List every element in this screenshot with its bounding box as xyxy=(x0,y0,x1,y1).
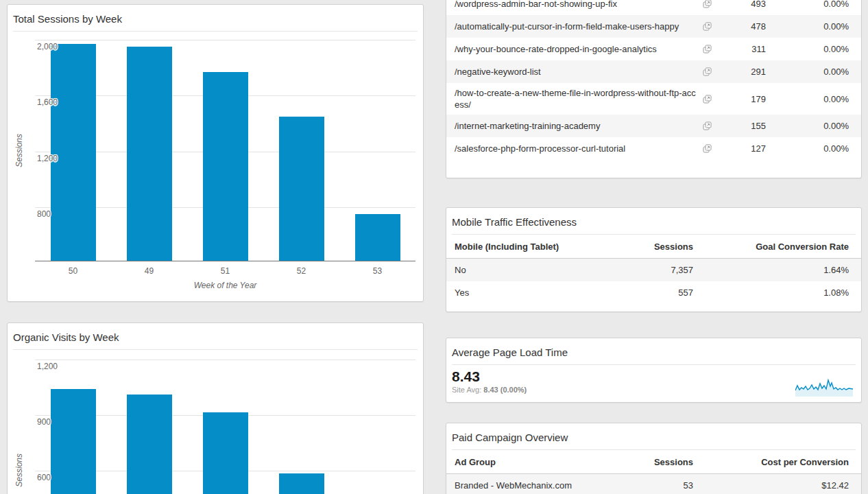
column-header-goal-conversion-rate: Goal Conversion Rate xyxy=(693,242,849,252)
open-in-new-icon[interactable] xyxy=(696,95,718,104)
x-tick-label: 50 xyxy=(35,266,111,276)
x-axis-labels: 5049515253 xyxy=(35,266,415,276)
sessions-value: 493 xyxy=(718,0,766,10)
conversion-rate-value: 1.64% xyxy=(693,264,849,276)
table-row: /salesforce-php-form-processor-curl-tuto… xyxy=(446,137,861,160)
table-row: Branded - WebMechanix.com 53 $12.42 xyxy=(446,474,861,494)
table-row: /how-to-create-a-new-theme-file-in-wordp… xyxy=(446,83,861,115)
y-axis-title-text: Sessions xyxy=(14,454,24,487)
site-avg-value: 8.43 (0.00%) xyxy=(483,386,527,394)
conversion-rate-value: 0.00% xyxy=(766,0,849,10)
table-header-row: Ad Group Sessions Cost per Conversion xyxy=(446,450,861,474)
ga-dashboard-page: { "chart_data": [ { "type": "bar", "titl… xyxy=(0,0,868,494)
cost-per-conversion-value: $12.42 xyxy=(693,480,849,491)
widget-paid-campaign: Paid Campaign Overview Ad Group Sessions… xyxy=(446,423,862,494)
y-axis-title: Sessions xyxy=(14,40,25,261)
y-tick-label: 600 xyxy=(37,473,51,482)
table-row: Yes 557 1.08% xyxy=(446,281,861,304)
open-in-new-icon[interactable] xyxy=(696,22,718,31)
conversion-rate-value: 0.00% xyxy=(766,66,849,78)
mobile-table: No 7,357 1.64% Yes 557 1.08% xyxy=(446,259,861,304)
title-divider xyxy=(13,31,418,32)
widget-organic-visits: Organic Visits by Week Sessions 1,200900… xyxy=(7,322,424,494)
conversion-rate-value: 1.08% xyxy=(693,287,849,298)
bar[interactable] xyxy=(279,117,324,261)
page-path: /how-to-create-a-new-theme-file-in-wordp… xyxy=(455,83,696,115)
gridline xyxy=(35,360,415,360)
column-header-sessions: Sessions xyxy=(612,457,693,467)
x-tick-label: 53 xyxy=(339,266,415,276)
bar[interactable] xyxy=(203,412,248,494)
x-axis-title: Week of the Year xyxy=(35,281,415,290)
title-divider xyxy=(13,349,418,350)
y-tick-label: 1,200 xyxy=(37,154,58,163)
widget-total-sessions: Total Sessions by Week Sessions 2,0001,6… xyxy=(7,4,424,302)
table-row: /wordpress-admin-bar-not-showing-up-fix … xyxy=(446,0,861,15)
sessions-bar-chart: Sessions 2,0001,6001,200800 5049515253 W… xyxy=(8,36,423,301)
open-in-new-icon[interactable] xyxy=(696,0,718,8)
table-row: /negative-keyword-list 291 0.00% xyxy=(446,60,861,83)
sessions-value: 311 xyxy=(718,43,766,55)
widget-title: Average Page Load Time xyxy=(446,338,861,364)
chart-plot-area: 2,0001,6001,200800 xyxy=(35,40,415,261)
conversion-rate-value: 0.00% xyxy=(766,143,849,154)
x-tick-label: 49 xyxy=(111,266,187,276)
y-tick-label: 800 xyxy=(37,210,51,219)
column-header-ad-group: Ad Group xyxy=(455,457,612,467)
widget-title: Total Sessions by Week xyxy=(8,5,423,31)
site-avg-label: Site Avg: xyxy=(452,386,481,394)
x-axis-line xyxy=(35,261,415,261)
paid-table: Branded - WebMechanix.com 53 $12.42 xyxy=(446,474,861,494)
sessions-value: 53 xyxy=(612,480,693,491)
sessions-value: 179 xyxy=(718,93,766,105)
bar[interactable] xyxy=(127,47,172,261)
sessions-value: 7,357 xyxy=(612,264,693,276)
mobile-label: Yes xyxy=(455,287,612,298)
table-row: /internet-marketing-training-academy 155… xyxy=(446,115,861,137)
page-path: /salesforce-php-form-processor-curl-tuto… xyxy=(455,139,696,158)
column-header-sessions: Sessions xyxy=(612,242,693,252)
table-header-row: Mobile (Including Tablet) Sessions Goal … xyxy=(446,235,861,259)
bar[interactable] xyxy=(203,72,248,261)
organic-bar-chart: Sessions 1,200900600 xyxy=(8,354,423,494)
open-in-new-icon[interactable] xyxy=(696,144,718,153)
table-row: No 7,357 1.64% xyxy=(446,259,861,281)
widget-top-pages: /wordpress-admin-bar-not-showing-up-fix … xyxy=(446,0,862,178)
y-tick-label: 1,600 xyxy=(37,98,58,107)
conversion-rate-value: 0.00% xyxy=(766,21,849,32)
open-in-new-icon[interactable] xyxy=(696,67,718,76)
sessions-value: 557 xyxy=(612,287,693,298)
conversion-rate-value: 0.00% xyxy=(766,43,849,55)
y-tick-label: 1,200 xyxy=(37,362,58,371)
bar[interactable] xyxy=(279,473,324,494)
page-path: /why-your-bounce-rate-dropped-in-google-… xyxy=(455,39,696,59)
load-time-sparkline xyxy=(795,377,853,397)
widget-title: Paid Campaign Overview xyxy=(446,423,861,449)
bar[interactable] xyxy=(51,389,96,494)
open-in-new-icon[interactable] xyxy=(696,121,718,130)
table-row: /automatically-put-cursor-in-form-field-… xyxy=(446,15,861,38)
page-path: /wordpress-admin-bar-not-showing-up-fix xyxy=(455,0,696,14)
bar[interactable] xyxy=(355,214,400,261)
column-header-mobile: Mobile (Including Tablet) xyxy=(455,242,612,252)
conversion-rate-value: 0.00% xyxy=(766,120,849,132)
widget-page-load-time: Average Page Load Time 8.43 Site Avg: 8.… xyxy=(446,338,862,403)
x-tick-label: 51 xyxy=(187,266,263,276)
sessions-value: 155 xyxy=(718,120,766,132)
open-in-new-icon[interactable] xyxy=(696,45,718,54)
bar[interactable] xyxy=(51,44,96,261)
column-header-cost-per-conversion: Cost per Conversion xyxy=(693,457,849,467)
sessions-value: 291 xyxy=(718,66,766,78)
y-tick-label: 2,000 xyxy=(37,43,58,51)
page-path: /negative-keyword-list xyxy=(455,62,696,82)
page-path: /internet-marketing-training-academy xyxy=(455,116,696,136)
bar[interactable] xyxy=(127,395,172,494)
chart-plot-area: 1,200900600 xyxy=(35,360,415,494)
sessions-value: 478 xyxy=(718,21,766,32)
sessions-value: 127 xyxy=(718,143,766,154)
y-tick-label: 900 xyxy=(37,418,51,427)
mobile-label: No xyxy=(455,264,612,276)
y-axis-title-text: Sessions xyxy=(14,134,24,167)
widget-mobile-traffic: Mobile Traffic Effectiveness Mobile (Inc… xyxy=(446,207,862,312)
gridline xyxy=(35,40,415,40)
